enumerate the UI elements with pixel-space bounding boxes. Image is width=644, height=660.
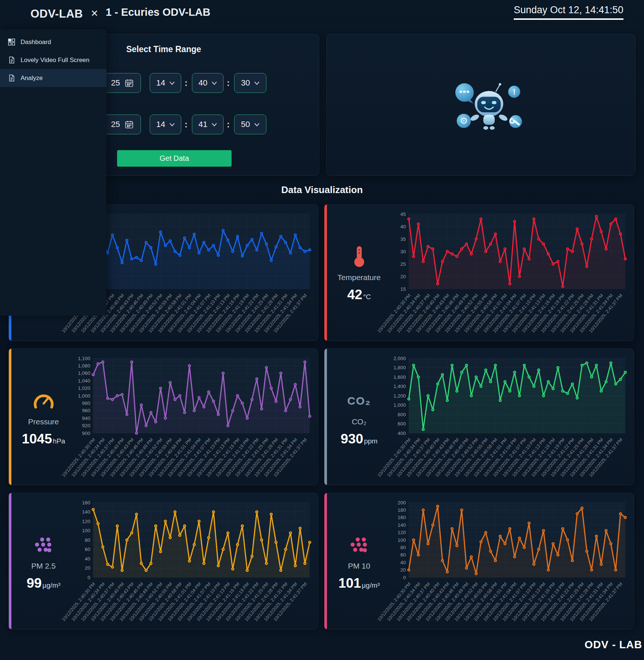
svg-text:40: 40 [400,560,406,565]
svg-text:80: 80 [400,545,406,550]
dashboard-grid-icon [8,39,15,46]
svg-text:1,060: 1,060 [78,370,90,376]
svg-text:1,200: 1,200 [393,393,406,399]
svg-text:20: 20 [85,565,90,571]
svg-text:0: 0 [87,575,90,580]
svg-text:120: 120 [82,519,90,524]
chart-card-pm10: PM 10 101 µg/m³ 200180160140120100806040… [324,493,634,630]
chevron-down-icon [254,81,259,85]
sidebar-item-analyze[interactable]: Analyze [0,69,106,87]
start-minute-value: 40 [199,78,207,88]
start-hour-select[interactable]: 14 [150,73,181,93]
svg-text:1,000: 1,000 [78,393,90,399]
get-data-button[interactable]: Get Data [117,150,232,167]
svg-text:0: 0 [403,575,406,580]
chart-svg[interactable]: 2,0001,8001,6001,4001,2001,0008006004001… [324,352,630,484]
svg-text:20: 20 [400,274,406,279]
sidebar-menu: Dashboard Lovely Video Full Screen Analy… [0,29,106,316]
robot-mascot [470,83,509,130]
start-minute-select[interactable]: 40 [192,73,223,93]
svg-text:1,040: 1,040 [78,378,90,384]
svg-text:980: 980 [82,400,90,406]
svg-text:!: ! [513,88,516,97]
chart-card-co2: CO₂ CO₂ 930 ppm 2,0001,8001,6001,4001,20… [324,348,634,485]
chart-svg[interactable]: 4540353025201510/12/2025, 2:40:30 PM10/1… [324,207,630,340]
svg-text:1,800: 1,800 [393,365,406,370]
svg-text:25: 25 [400,261,406,267]
chat-bubble-icon [455,83,474,104]
clock-datetime: Sunday Oct 12, 14:41:50 [514,4,623,20]
time-separator: : [185,119,188,130]
svg-text:100: 100 [397,537,406,543]
exclamation-bubble-icon: ! [508,86,520,98]
svg-text:180: 180 [397,507,406,513]
svg-text:140: 140 [397,522,406,528]
svg-text:1,020: 1,020 [78,385,90,391]
svg-text:15: 15 [400,286,406,292]
svg-text:2,000: 2,000 [393,356,406,361]
start-date-value: 25 [111,78,120,88]
assistant-robot-illustration: ! ⚙ [454,81,526,134]
end-minute-value: 41 [199,120,207,129]
svg-text:200: 200 [397,500,406,505]
svg-text:100: 100 [82,528,90,533]
end-hour-select[interactable]: 14 [150,115,181,134]
svg-text:40: 40 [400,224,406,229]
svg-text:60: 60 [400,552,406,558]
start-hour-value: 14 [156,78,165,88]
chevron-down-icon [212,123,217,126]
end-second-select[interactable]: 50 [234,115,266,134]
sidebar-item-label: Dashboard [21,39,51,46]
sidebar-item-dashboard[interactable]: Dashboard [0,33,106,51]
svg-text:160: 160 [82,500,90,505]
time-separator: : [227,78,230,88]
svg-text:600: 600 [397,421,406,427]
close-icon[interactable]: ✕ [91,8,98,19]
chevron-down-icon [170,81,175,85]
chevron-down-icon [170,123,175,126]
svg-text:1,100: 1,100 [78,356,90,361]
end-second-value: 50 [241,120,250,129]
document-icon [8,57,15,64]
chart-card-pressure: Pressure 1045 hPa 1,1001,0801,0601,0401,… [8,348,319,485]
svg-text:45: 45 [400,211,406,217]
assistant-panel: ! ⚙ [326,34,636,176]
svg-text:40: 40 [85,556,90,562]
end-date-value: 25 [111,120,120,129]
chevron-down-icon [212,81,217,85]
svg-text:60: 60 [85,547,90,552]
document-icon [8,75,15,81]
svg-text:960: 960 [82,408,90,413]
footer-brand: ODV - LAB [585,639,642,651]
start-second-select[interactable]: 30 [234,73,266,93]
chart-svg[interactable]: 1,1001,0801,0601,0401,0201,0009809609409… [9,352,314,484]
wrench-icon [509,115,522,128]
svg-text:20: 20 [400,567,406,573]
svg-text:1,400: 1,400 [393,384,406,389]
sidebar-item-lovely-video[interactable]: Lovely Video Full Screen [0,51,106,69]
svg-text:1,080: 1,080 [78,363,90,369]
gear-icon: ⚙ [457,114,471,128]
app-logo: ODV-LAB [30,7,83,21]
svg-text:⚙: ⚙ [460,116,468,126]
chart-svg[interactable]: 16014012010080604020010/12/2025, 2:40:30… [9,496,314,628]
chart-card-temperature: Temperature 42 °C 4540353025201510/12/20… [324,204,634,341]
svg-text:920: 920 [82,423,90,428]
chevron-down-icon [254,123,259,126]
svg-text:1,600: 1,600 [393,374,406,380]
end-minute-select[interactable]: 41 [192,115,223,134]
sidebar-item-label: Analyze [21,75,43,82]
calendar-icon [124,78,134,88]
sidebar-item-label: Lovely Video Full Screen [21,57,90,64]
time-separator: : [185,78,188,88]
svg-text:80: 80 [85,537,90,543]
svg-text:160: 160 [397,515,406,520]
svg-text:400: 400 [397,431,406,436]
svg-text:30: 30 [400,249,406,254]
chart-svg[interactable]: 20018016014012010080604020010/12/2025, 2… [324,496,630,628]
svg-text:120: 120 [397,530,406,535]
svg-text:800: 800 [397,412,406,417]
start-second-value: 30 [241,78,250,88]
calendar-icon [124,120,134,129]
svg-text:900: 900 [82,431,90,436]
